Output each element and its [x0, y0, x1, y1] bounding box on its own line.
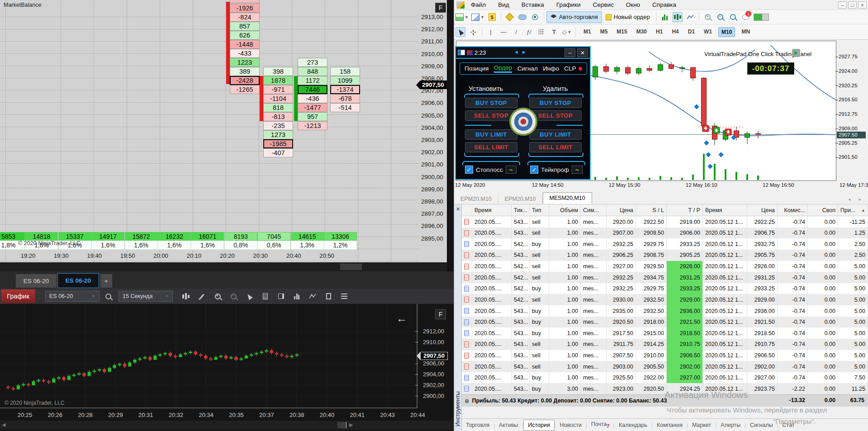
- menu-item-Вид[interactable]: Вид: [498, 1, 509, 8]
- instrument-select[interactable]: ES 06-20▼: [45, 291, 100, 302]
- tab-es-06-20-active[interactable]: ES 06-20: [57, 273, 99, 288]
- chart-tab-EPM20,M10[interactable]: EPM20,M10: [454, 194, 498, 204]
- timeframe-M5[interactable]: M5: [598, 27, 611, 37]
- bottom-tab-Активы[interactable]: Активы: [495, 420, 522, 430]
- mt5-chart[interactable]: VirtualTradePad One Click Trading Panel …: [454, 40, 868, 192]
- horizontal-line-icon[interactable]: —: [498, 27, 508, 37]
- new-chart-icon[interactable]: ▼: [455, 12, 469, 22]
- history-row[interactable]: 2020.05....543...sell1.00mes...2920.0029…: [462, 216, 868, 227]
- header-Тип[interactable]: Тип: [530, 204, 549, 216]
- add-tab-button[interactable]: +: [100, 274, 112, 288]
- zoom-in-icon[interactable]: +: [212, 291, 223, 302]
- header-Время[interactable]: Время: [703, 204, 747, 216]
- header-T / P[interactable]: T / P: [667, 204, 703, 216]
- history-row[interactable]: 2020.05....543...buy1.00mes...2925.50292…: [462, 372, 868, 384]
- menu-item-Окно[interactable]: Окно: [626, 1, 640, 8]
- menu-item-Файл[interactable]: Файл: [471, 1, 486, 8]
- strategy-tester-icon[interactable]: $: [487, 12, 497, 22]
- history-row[interactable]: 2020.05....543...sell1.00mes...2911.7529…: [462, 339, 868, 350]
- history-row[interactable]: 2020.05....542...sell1.00mes...2927.0029…: [462, 261, 868, 272]
- header-Комис...[interactable]: Комис...: [778, 204, 808, 216]
- timeframe-D1[interactable]: D1: [685, 27, 697, 37]
- delete-buy-limit-button[interactable]: BUY LIMIT: [529, 129, 582, 140]
- report-icon[interactable]: [259, 291, 271, 302]
- bottom-tab-История[interactable]: История: [523, 420, 554, 431]
- chart-style-icon[interactable]: [180, 291, 192, 302]
- left-arrow-icon[interactable]: ←: [396, 312, 407, 325]
- set-buy-limit-button[interactable]: BUY LIMIT: [465, 129, 517, 140]
- nt-bottom-price-axis[interactable]: 2912,002910,002906,002904,002902,002900,…: [418, 304, 454, 421]
- header-Тик...[interactable]: Тик...: [512, 204, 530, 216]
- vtp-tab-Ордер[interactable]: Ордер: [494, 64, 512, 73]
- header-Цена[interactable]: Цена: [607, 204, 636, 216]
- data-window-icon[interactable]: [517, 12, 527, 22]
- header-Объем[interactable]: Объем: [549, 204, 581, 216]
- vtp-close-button[interactable]: ✕: [577, 48, 588, 57]
- signal-icon[interactable]: [530, 12, 540, 22]
- close-icon[interactable]: ✕: [456, 206, 460, 212]
- history-row[interactable]: 2020.05....543...sell1.00mes...2903.0029…: [462, 361, 868, 372]
- timeframe-M1[interactable]: M1: [581, 27, 594, 37]
- search-icon[interactable]: [728, 12, 738, 22]
- nt-top-hscrollbar[interactable]: [0, 262, 447, 271]
- vtp-tab-CLP[interactable]: CLP: [564, 65, 576, 72]
- timeframe-M30[interactable]: M30: [634, 27, 650, 37]
- draw-icon[interactable]: [196, 291, 208, 302]
- menu-item-Вставка[interactable]: Вставка: [522, 1, 544, 8]
- bottom-tab-Почта[interactable]: Почта7: [587, 419, 613, 431]
- nt-top-price-axis[interactable]: F 2913,002912,002911,002910,002909,00290…: [418, 0, 447, 262]
- history-row[interactable]: 2020.05....542...buy1.00mes...2932.25292…: [462, 283, 868, 294]
- toolbox-icon[interactable]: [505, 12, 515, 22]
- header-Время[interactable]: Время: [472, 204, 512, 216]
- bottom-tab-Новости[interactable]: Новости: [556, 420, 586, 430]
- delete-sell-limit-button[interactable]: SELL LIMIT: [529, 142, 582, 152]
- scroll-left-icon[interactable]: ◀: [2, 422, 5, 428]
- cursor-icon[interactable]: [243, 291, 255, 302]
- interval-select[interactable]: 15 Секунда▼: [119, 291, 173, 302]
- search-icon[interactable]: [102, 291, 114, 302]
- bars-chart-icon[interactable]: [660, 12, 670, 22]
- set-buy-stop-button[interactable]: BUY STOP: [465, 98, 517, 108]
- timeframe-MN[interactable]: MN: [739, 27, 753, 37]
- history-row[interactable]: 2020.05....542...buy1.00mes...2932.25292…: [462, 238, 868, 250]
- scroll-right-icon[interactable]: ▶: [349, 422, 353, 428]
- header-При...[interactable]: При...▲: [838, 204, 868, 216]
- history-row[interactable]: 2020.05....543...buy1.00mes...2920.50291…: [462, 317, 868, 328]
- fibonacci-icon[interactable]: ƒ/: [524, 27, 534, 37]
- expand-icon[interactable]: ⊕: [465, 398, 469, 404]
- checkbox-checked-icon[interactable]: ✓: [465, 166, 473, 174]
- bottom-tab-Алерты[interactable]: Алерты: [716, 420, 745, 430]
- menu-item-Графики[interactable]: Графики: [556, 1, 581, 8]
- minimize-button[interactable]: –: [838, 1, 847, 9]
- wave-icon[interactable]: ~: [506, 166, 517, 174]
- nt-candle-chart[interactable]: ← F 2912,002910,002906,002904,002902,002…: [0, 304, 454, 431]
- header-S / L[interactable]: S / L: [636, 204, 667, 216]
- nt-bottom-hscrollbar[interactable]: ◀ ▶: [0, 421, 454, 430]
- list-icon[interactable]: [338, 291, 350, 302]
- text-icon[interactable]: T: [549, 27, 559, 37]
- stoploss-option[interactable]: ✓ Стоплосс ~: [465, 166, 517, 174]
- new-order-button[interactable]: Новый ордер: [602, 11, 654, 23]
- sort-icon[interactable]: ▲: [861, 208, 865, 213]
- vtp-tab-Сигнал[interactable]: Сигнал: [517, 65, 538, 72]
- history-row[interactable]: 2020.05....543...sell1.00mes...2906.2529…: [462, 250, 868, 261]
- history-row[interactable]: 2020.05....543...sell1.00mes...2907.5029…: [462, 350, 868, 361]
- set-sell-limit-button[interactable]: SELL LIMIT: [465, 142, 517, 152]
- chat-icon[interactable]: 1: [741, 12, 751, 22]
- chart-tab-EPM20,M10[interactable]: EPM20,M10: [498, 194, 543, 204]
- header-Сим...[interactable]: Сим...: [581, 204, 607, 216]
- delete-buy-stop-button[interactable]: BUY STOP: [529, 98, 582, 108]
- candles-chart-icon[interactable]: [673, 12, 683, 22]
- vtp-tab-Инфо[interactable]: Инфо: [543, 65, 559, 72]
- cursor-icon[interactable]: [455, 27, 465, 37]
- profiles-icon[interactable]: ▼: [471, 12, 484, 22]
- polyline-icon[interactable]: [307, 291, 318, 302]
- timeframe-M15[interactable]: M15: [614, 27, 630, 37]
- history-row[interactable]: 2020.05....543...sell1.00mes...2907.0029…: [462, 227, 868, 239]
- header-Своп[interactable]: Своп: [808, 204, 838, 216]
- zoom-out-icon[interactable]: −: [228, 291, 239, 302]
- scroll-thumb[interactable]: [340, 264, 362, 270]
- autotrade-button[interactable]: Авто-торговля: [546, 11, 602, 23]
- vtp-tab-Позиция[interactable]: Позиция: [465, 65, 489, 72]
- close-button[interactable]: ×: [858, 1, 867, 9]
